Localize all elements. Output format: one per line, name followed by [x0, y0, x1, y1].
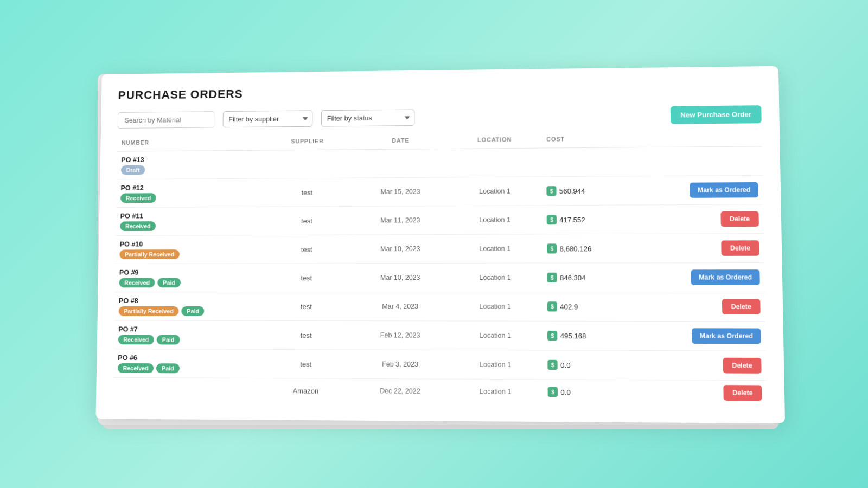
table-row: PO #8Partially ReceivedPaidtestMar 4, 20…: [114, 292, 765, 322]
po-number: PO #10: [120, 240, 256, 248]
filter-status-select[interactable]: Filter by status: [321, 110, 414, 127]
date-cell: Feb 12, 2023: [353, 321, 448, 350]
table-row: PO #10Partially ReceivedtestMar 10, 2023…: [115, 234, 764, 264]
cost-value: 846.304: [560, 273, 586, 281]
col-header-cost: COST: [542, 132, 644, 148]
cost-cell: $846.304: [542, 263, 646, 292]
location-cell: Location 1: [448, 177, 542, 206]
po-number: PO #7: [118, 325, 255, 333]
table-row: PO #13Draft: [117, 146, 762, 179]
cost-value: 495.168: [560, 331, 586, 339]
col-header-number: NUMBER: [117, 135, 261, 151]
po-number: PO #12: [120, 183, 256, 192]
dollar-icon: $: [547, 273, 557, 282]
page-title: PURCHASE ORDERS: [118, 81, 761, 102]
action-cell: Delete: [646, 234, 764, 263]
cost-value: 402.9: [560, 303, 578, 311]
delete-button[interactable]: Delete: [723, 385, 762, 401]
cost-value: 560.944: [559, 187, 585, 195]
cost-cell: $495.168: [543, 321, 647, 350]
status-badge: Received: [120, 221, 156, 231]
table-row: PO #9ReceivedPaidtestMar 10, 2023Locatio…: [115, 262, 765, 292]
action-cell: Delete: [645, 204, 763, 234]
status-badge: Partially Received: [119, 306, 179, 316]
supplier-cell: Amazon: [259, 378, 353, 403]
po-number: [117, 390, 254, 390]
mark-as-ordered-button[interactable]: Mark as Ordered: [692, 328, 761, 344]
dollar-icon: $: [548, 387, 558, 397]
po-number: PO #13: [121, 155, 257, 164]
table-row: PO #12ReceivedtestMar 15, 2023Location 1…: [116, 175, 763, 207]
purchase-orders-card: PURCHASE ORDERS Filter by supplier Filte…: [95, 66, 785, 423]
action-cell: [644, 146, 763, 176]
status-badge: Draft: [121, 165, 145, 175]
date-cell: Dec 22, 2022: [353, 378, 448, 403]
dollar-icon: $: [548, 360, 558, 370]
supplier-cell: test: [260, 264, 353, 292]
po-number: PO #11: [120, 211, 257, 220]
mark-as-ordered-button[interactable]: Mark as Ordered: [691, 269, 760, 285]
table-row: PO #11ReceivedtestMar 11, 2023Location 1…: [116, 204, 763, 236]
filter-supplier-select[interactable]: Filter by supplier: [223, 110, 313, 127]
location-cell: Location 1: [448, 379, 544, 404]
delete-button[interactable]: Delete: [721, 240, 760, 256]
delete-button[interactable]: Delete: [723, 358, 762, 374]
location-cell: [448, 148, 542, 177]
status-badge: Received: [120, 193, 156, 203]
delete-button[interactable]: Delete: [722, 299, 761, 314]
cost-value: 8,680.126: [560, 245, 592, 253]
table-row: PO #7ReceivedPaidtestFeb 12, 2023Locatio…: [114, 320, 766, 351]
new-purchase-order-button[interactable]: New Purchase Order: [671, 105, 762, 124]
status-badge: Partially Received: [119, 249, 180, 259]
cost-cell: [542, 147, 644, 177]
supplier-cell: test: [260, 178, 354, 207]
col-header-supplier: SUPPLIER: [261, 134, 354, 150]
col-header-action: [644, 131, 762, 147]
location-cell: Location 1: [448, 206, 542, 235]
status-badge: Received: [118, 363, 154, 373]
delete-button[interactable]: Delete: [720, 211, 759, 227]
status-badge: Received: [119, 278, 155, 288]
date-cell: Feb 3, 2023: [353, 350, 448, 379]
status-badge: Received: [118, 335, 155, 344]
status-badge: Paid: [156, 363, 179, 373]
mark-as-ordered-button[interactable]: Mark as Ordered: [690, 182, 758, 198]
supplier-cell: test: [260, 235, 353, 264]
dollar-icon: $: [547, 215, 557, 224]
date-cell: Mar 11, 2023: [353, 206, 447, 235]
date-cell: Mar 4, 2023: [353, 292, 448, 321]
cost-value: 417.552: [559, 215, 585, 223]
supplier-cell: test: [259, 292, 353, 321]
po-number: PO #8: [119, 297, 256, 305]
controls-row: Filter by supplier Filter by status New …: [118, 105, 762, 129]
date-cell: Mar 15, 2023: [354, 177, 448, 206]
cost-value: 0.0: [560, 388, 571, 396]
location-cell: Location 1: [448, 234, 543, 264]
search-input[interactable]: [118, 111, 215, 129]
location-cell: Location 1: [448, 350, 544, 379]
cost-cell: $0.0: [544, 380, 648, 405]
dollar-icon: $: [547, 243, 557, 253]
table-row: AmazonDec 22, 2022Location 1$0.0Delete: [113, 377, 767, 405]
action-cell: Mark as Ordered: [647, 321, 766, 351]
table-row: PO #6ReceivedPaidtestFeb 3, 2023Location…: [113, 349, 766, 381]
status-badge: Paid: [181, 306, 204, 316]
dollar-icon: $: [547, 186, 557, 196]
supplier-cell: test: [259, 349, 353, 378]
col-header-date: DATE: [354, 133, 448, 150]
cost-cell: $402.9: [543, 292, 647, 322]
po-number: PO #9: [119, 268, 256, 276]
supplier-cell: test: [260, 206, 354, 235]
location-cell: Location 1: [448, 321, 543, 350]
date-cell: Mar 10, 2023: [353, 263, 448, 292]
cost-cell: $560.944: [542, 176, 645, 206]
location-cell: Location 1: [448, 292, 543, 322]
dollar-icon: $: [547, 331, 557, 341]
cost-cell: $417.552: [542, 205, 646, 234]
purchase-orders-table: NUMBER SUPPLIER DATE LOCATION COST PO #1…: [113, 131, 767, 405]
col-header-location: LOCATION: [448, 133, 542, 149]
supplier-cell: test: [259, 320, 353, 349]
action-cell: Mark as Ordered: [645, 175, 763, 205]
action-cell: Mark as Ordered: [646, 262, 764, 292]
status-badge: Paid: [157, 335, 180, 344]
